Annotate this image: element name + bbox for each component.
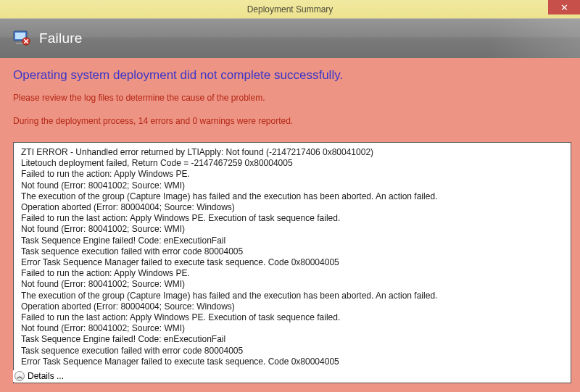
log-line: Not found (Error: 80041002; Source: WMI): [21, 224, 563, 235]
log-line: Operation aborted (Error: 80004004; Sour…: [21, 301, 563, 312]
window-titlebar: Deployment Summary ✕: [0, 0, 580, 19]
log-line: Not found (Error: 80041002; Source: WMI): [21, 279, 563, 290]
log-line: Not found (Error: 80041002; Source: WMI): [21, 323, 563, 334]
log-line: Failed to run the action: Apply Windows …: [21, 268, 563, 279]
details-label: Details ...: [28, 371, 64, 381]
log-line: Litetouch deployment failed, Return Code…: [21, 158, 563, 169]
error-log-box[interactable]: ZTI ERROR - Unhandled error returned by …: [13, 142, 571, 383]
log-line: Failed to run the action: Apply Windows …: [21, 169, 563, 180]
log-line: Task sequence execution failed with erro…: [21, 246, 563, 257]
log-line: Error Task Sequence Manager failed to ex…: [21, 257, 563, 268]
log-line: ZTI ERROR - Unhandled error returned by …: [21, 147, 563, 158]
window-title: Deployment Summary: [247, 4, 334, 14]
review-logs-text: Please review the log files to determine…: [13, 93, 567, 103]
log-line: Task Sequence Engine failed! Code: enExe…: [21, 334, 563, 345]
log-line: Task Sequence Engine failed! Code: enExe…: [21, 235, 563, 246]
deployment-headline: Operating system deployment did not comp…: [13, 68, 567, 83]
status-header: Failure: [0, 19, 580, 58]
details-expander-button[interactable]: ︽ Details ...: [13, 370, 67, 382]
status-text: Failure: [39, 30, 82, 46]
log-line: The execution of the group (Capture Imag…: [21, 191, 563, 202]
log-line: Operation aborted (Error: 80004004; Sour…: [21, 202, 563, 213]
error-summary-text: During the deployment process, 14 errors…: [13, 116, 567, 126]
close-button[interactable]: ✕: [548, 0, 580, 14]
log-line: The execution of the group (Capture Imag…: [21, 291, 563, 301]
content-area: Operating system deployment did not comp…: [0, 58, 580, 143]
log-line: Not found (Error: 80041002; Source: WMI): [21, 180, 563, 191]
log-line: Task sequence execution failed with erro…: [21, 346, 563, 356]
close-icon: ✕: [560, 2, 568, 13]
log-line: Failed to run the last action: Apply Win…: [21, 312, 563, 323]
chevron-up-double-icon: ︽: [14, 371, 25, 381]
log-line: Failed to run the last action: Apply Win…: [21, 213, 563, 224]
monitor-error-icon: [13, 30, 30, 46]
log-line: Error Task Sequence Manager failed to ex…: [21, 356, 563, 367]
